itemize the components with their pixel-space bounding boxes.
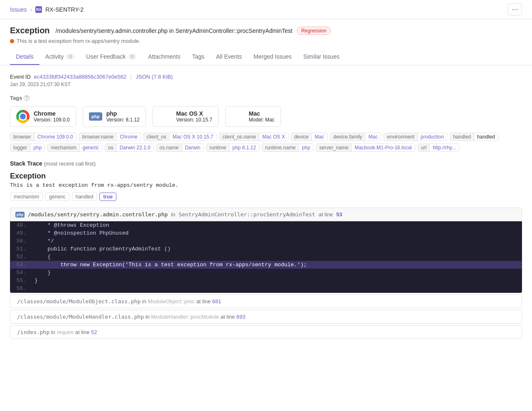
code-line-55: 55. } bbox=[10, 277, 522, 285]
frame-main-code: 48. * @throws Exception 49. * @noinspect… bbox=[10, 221, 522, 293]
event-id-row: Event ID ec4333fdf342433a88856c3067e0e56… bbox=[10, 74, 522, 80]
event-id-value[interactable]: ec4333fdf342433a88856c3067e0e562 bbox=[34, 74, 126, 80]
frame-2-group: /classes/module/ModuleObject.class.php i… bbox=[10, 295, 522, 308]
tags-cards: Chrome Version: 109.0.0 php php Version:… bbox=[10, 106, 522, 127]
exception-name: Exception bbox=[10, 172, 522, 181]
frame-4-file: /index.php bbox=[17, 329, 49, 335]
project-badge: RX bbox=[35, 6, 42, 13]
tag-pill-os: os Darwin 22.1.0 bbox=[105, 144, 154, 152]
frame-2-line: 681 bbox=[212, 298, 221, 305]
stack-trace: Stack Trace (most recent call first) Exc… bbox=[10, 160, 522, 339]
issue-title-row: Exception /modules/sentry/sentry.admin.c… bbox=[10, 26, 522, 35]
tab-merged-issues[interactable]: Merged Issues bbox=[248, 49, 298, 65]
frame-4-function: require bbox=[57, 329, 74, 335]
event-date: Jan 29, 2023 21:07:30 KST bbox=[10, 82, 522, 87]
issues-link[interactable]: Issues bbox=[10, 6, 27, 13]
php-info: php Version: 8.1.12 bbox=[106, 110, 140, 123]
tag-pill-device: device Mac bbox=[291, 133, 328, 141]
regression-badge: Regression bbox=[297, 27, 331, 35]
frame-4-in: in bbox=[51, 329, 57, 335]
frame-3-group: /classes/module/ModuleHandler.class.php … bbox=[10, 310, 522, 324]
tab-details[interactable]: Details bbox=[10, 49, 39, 65]
frame-3-in: in bbox=[145, 314, 151, 320]
frame-3-function: ModuleHandler::procModule bbox=[151, 314, 219, 320]
stack-trace-title: Stack Trace (most recent call first) bbox=[10, 160, 522, 167]
macosx-version: Version: 10.15.7 bbox=[176, 117, 212, 123]
frame-2[interactable]: /classes/module/ModuleObject.class.php i… bbox=[10, 295, 522, 308]
tag-card-mac: Mac Model: Mac bbox=[225, 106, 281, 127]
tag-pill-device-family: device.family Mac bbox=[330, 133, 381, 141]
tag-pill-logger: logger php bbox=[10, 144, 45, 152]
exception-tags: mechanism generic handled true bbox=[10, 193, 522, 201]
mac-name: Mac bbox=[249, 110, 275, 117]
tag-pill-client-os: client_os Mac OS X 10.15.7 bbox=[143, 133, 217, 141]
frame-4-line: 52 bbox=[91, 329, 97, 335]
php-name: php bbox=[106, 110, 140, 117]
tag-pill-browser-name: browser.name Chrome bbox=[79, 133, 141, 141]
frame-main-in: in bbox=[171, 211, 175, 218]
code-line-53: 53. throw new Exception('This is a test … bbox=[10, 261, 522, 269]
chrome-info: Chrome Version: 109.0.0 bbox=[34, 110, 70, 123]
frame-main-file: /modules/sentry/sentry.admin.controller.… bbox=[28, 211, 168, 218]
code-line-56: 56. bbox=[10, 285, 522, 292]
tag-pill-client-os-name: client_os.name Mac OS X bbox=[219, 133, 288, 141]
macosx-name: Mac OS X bbox=[176, 110, 212, 117]
tabs-bar: Details Activity 0 User Feedback 0 Attac… bbox=[0, 49, 532, 65]
frame-4[interactable]: /index.php in require at line 52 bbox=[10, 325, 522, 339]
apple-icon-mac bbox=[232, 110, 245, 123]
code-line-48: 48. * @throws Exception bbox=[10, 221, 522, 229]
php-version: Version: 8.1.12 bbox=[106, 117, 140, 123]
tag-card-macosx: Mac OS X Version: 10.15.7 bbox=[153, 106, 219, 127]
issue-header: Exception /modules/sentry/sentry.admin.c… bbox=[0, 19, 532, 44]
mac-info: Mac Model: Mac bbox=[249, 110, 275, 123]
macosx-info: Mac OS X Version: 10.15.7 bbox=[176, 110, 212, 123]
code-line-52: 52. { bbox=[10, 253, 522, 261]
json-link[interactable]: JSON (7.8 KiB) bbox=[136, 74, 173, 80]
tab-similar-issues[interactable]: Similar Issues bbox=[298, 49, 345, 65]
frame-3-file: /classes/module/ModuleHandler.class.php bbox=[17, 314, 144, 320]
tab-attachments[interactable]: Attachments bbox=[142, 49, 186, 65]
frame-2-function: ModuleObject::proc bbox=[148, 298, 195, 305]
tab-user-feedback[interactable]: User Feedback 0 bbox=[80, 49, 142, 65]
exception-message: This is a test exception from rx-apps/se… bbox=[10, 182, 522, 188]
frame-main: php /modules/sentry/sentry.admin.control… bbox=[10, 208, 522, 293]
tag-card-php: php php Version: 8.1.12 bbox=[83, 106, 146, 127]
exc-tag-mechanism: mechanism bbox=[10, 193, 43, 201]
breadcrumb-sep: › bbox=[30, 6, 32, 13]
chrome-version: Version: 109.0.0 bbox=[34, 117, 70, 123]
code-line-49: 49. * @noinspection PhpUnused bbox=[10, 229, 522, 237]
chrome-icon bbox=[16, 110, 30, 123]
frame-3-at: at line bbox=[221, 314, 236, 320]
tag-pill-url: url http://rhy... bbox=[418, 144, 459, 152]
tab-activity[interactable]: Activity 0 bbox=[39, 49, 80, 65]
tag-pill-server-name: server_name Macbook-M1-Pro-16.local bbox=[316, 144, 415, 152]
tag-pill-runtime: runtime php 8.1.12 bbox=[206, 144, 259, 152]
chrome-name: Chrome bbox=[34, 110, 70, 117]
tag-pill-handled: handled handled bbox=[450, 133, 498, 141]
tab-tags[interactable]: Tags bbox=[186, 49, 210, 65]
code-line-54: 54. } bbox=[10, 269, 522, 277]
php-mini-icon: php bbox=[15, 212, 25, 218]
more-options-button[interactable]: ⋯ bbox=[508, 3, 522, 15]
exception-label: Exception bbox=[10, 26, 50, 35]
tag-card-chrome: Chrome Version: 109.0.0 bbox=[10, 106, 76, 127]
code-line-51: 51. public function procSentryAdminTest … bbox=[10, 245, 522, 253]
tags-info-icon: ? bbox=[24, 95, 30, 101]
issue-subtitle: This is a test exception from rx-apps/se… bbox=[10, 38, 522, 44]
event-id-sep: | bbox=[131, 74, 132, 80]
tags-section: Tags ? Chrome Version: 109.0.0 ph bbox=[10, 95, 522, 152]
frame-main-header[interactable]: php /modules/sentry/sentry.admin.control… bbox=[10, 208, 522, 221]
exc-tag-generic: generic bbox=[45, 193, 69, 201]
frame-2-file: /classes/module/ModuleObject.class.php bbox=[17, 298, 140, 305]
frame-3-line: 693 bbox=[236, 314, 246, 320]
exc-tag-handled: handled bbox=[72, 193, 97, 201]
breadcrumb: Issues › RX RX-SENTRY-2 bbox=[10, 6, 84, 13]
frame-3[interactable]: /classes/module/ModuleHandler.class.php … bbox=[10, 310, 522, 324]
issue-id[interactable]: RX-SENTRY-2 bbox=[45, 6, 84, 13]
tab-all-events[interactable]: All Events bbox=[210, 49, 248, 65]
main-content: Event ID ec4333fdf342433a88856c3067e0e56… bbox=[0, 65, 532, 348]
tag-pill-os-name: os.name Darwin bbox=[156, 144, 204, 152]
tag-pill-browser: browser Chrome 109.0.0 bbox=[10, 133, 76, 141]
frame-2-in: in bbox=[142, 298, 148, 305]
php-icon: php bbox=[89, 110, 102, 123]
